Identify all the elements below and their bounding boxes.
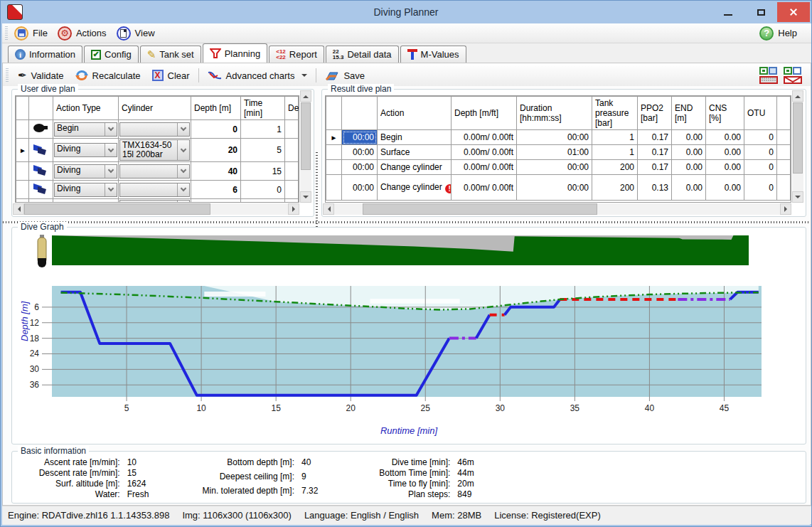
tab-detail-data[interactable]: 2215.3 Detail data [326,46,399,63]
depth-cell[interactable]: 6 [191,199,241,203]
minimize-icon [724,14,732,16]
col-tank-pressure[interactable]: Tank preasure [bar] [592,97,638,130]
chevron-down-icon [181,146,186,151]
vertical-scrollbar[interactable] [792,90,803,203]
tab-information[interactable]: i Information [8,46,82,63]
depth-cell[interactable]: 6 [191,181,241,199]
toolbar-grip [6,68,9,82]
export-mail-icon[interactable] [784,67,802,84]
cylinder-combo[interactable]: EAN50 12l 300bar, Gorney [119,200,190,203]
dive-graph-group: Dive Graph 6121824303651015202530354045 … [11,227,806,445]
col-depth[interactable]: Depth [m] [191,97,241,120]
col-duration[interactable]: Duration [hh:mm:ss] [517,97,592,130]
col-time[interactable]: Time [min] [241,97,285,120]
runtime-cell[interactable]: 00:00 [342,130,378,145]
col-otu[interactable]: OTU [744,97,777,130]
action-cell[interactable]: Begin [378,130,452,145]
runtime-cell[interactable]: 00:00 [342,160,378,175]
y-axis-label: Depth [m] [19,302,30,341]
time-cell[interactable]: 1 [241,120,285,139]
cylinder-combo[interactable] [119,164,190,179]
action-type-combo[interactable]: Diving [54,164,117,179]
dropdown-button[interactable] [177,183,189,196]
col-cylinder[interactable]: Cylinder [119,97,191,120]
dropdown-button[interactable] [177,140,189,160]
col-end[interactable]: END [m] [672,97,706,130]
dropdown-button[interactable] [177,165,189,178]
dropdown-button[interactable] [177,123,189,136]
action-cell[interactable]: Change cylinder [378,160,452,175]
advanced-charts-button[interactable]: Advanced charts [202,68,314,83]
dive-time-value: 46m [457,457,501,467]
tab-report[interactable]: <12<22 Report [269,46,324,63]
horizontal-scrollbar[interactable] [13,203,299,215]
cylinder-combo[interactable] [119,122,190,137]
svg-text:40: 40 [645,403,655,413]
dropdown-button[interactable] [105,165,117,178]
svg-text:15: 15 [271,403,281,413]
chart-icon [208,70,222,80]
depth-cell[interactable]: 20 [191,139,241,162]
col-clipped[interactable]: De [285,97,299,120]
bottom-depth-value: 40 [301,457,342,471]
svg-text:18: 18 [30,334,40,344]
depth-cell[interactable]: 40 [191,162,241,181]
time-cell[interactable]: 3 [241,199,285,203]
cylinder-combo[interactable]: TMX1634-50 15l 200bar [119,139,190,161]
help-button[interactable]: ? Help [757,25,804,42]
col-cns[interactable]: CNS [%] [706,97,744,130]
horizontal-scrollbar[interactable] [323,203,791,215]
runtime-cell[interactable]: 00:00 [342,175,378,201]
dropdown-button[interactable] [177,201,189,203]
vertical-scrollbar[interactable] [300,90,311,203]
diving-planner-window: Diving Planner File ⚙ Actions View ? Hel… [0,0,812,527]
bottom-time-value: 44m [457,468,501,478]
export-keyboard-icon[interactable] [759,67,778,84]
maximize-button[interactable] [744,2,777,22]
save-button[interactable]: Save [319,68,370,83]
menu-actions[interactable]: ⚙ Actions [55,25,114,42]
menu-file[interactable]: File [11,25,55,42]
action-type-combo[interactable]: Begin [54,122,117,137]
action-type-combo[interactable]: Diving [54,143,117,157]
status-bar: Engine: RDATdive.zhl16 1.1.14353.898 Img… [2,506,811,524]
tab-planning[interactable]: Planning [203,43,268,63]
tab-m-values[interactable]: M-Values [400,46,466,63]
close-button[interactable] [777,2,810,22]
m-values-icon [407,49,417,60]
validate-button[interactable]: ✒ Validate [12,67,70,84]
time-cell[interactable]: 0 [241,181,285,199]
table-row: 00:00 Change cylinder! 0.00m/ 0.00ft 00:… [326,175,791,201]
col-action[interactable]: Action [378,97,452,130]
tab-tank-set[interactable]: ✎ Tank set [140,46,201,63]
runtime-cell[interactable]: 00:00 [342,145,378,160]
action-cell[interactable]: Surface [378,145,452,160]
recalculate-button[interactable]: Recalculate [70,68,146,83]
dropdown-button[interactable] [105,123,117,136]
status-language: Language: English / English [304,510,419,521]
clear-button[interactable]: X Clear [146,68,196,83]
toolbar-separator [316,68,316,82]
row-marker: ► [326,130,342,145]
window-title: Diving Planner [1,6,811,18]
col-depth[interactable]: Depth [m/ft] [452,97,517,130]
dropdown-button[interactable] [105,144,117,156]
table-row: Diving 40 15 [16,162,299,181]
cylinder-combo[interactable] [119,183,190,197]
tab-config[interactable]: ✔ Config [84,46,139,63]
svg-text:12: 12 [30,318,40,328]
action-type-combo[interactable]: Diving [54,183,117,197]
action-cell[interactable]: Change cylinder! [378,175,452,201]
ascent-rate-value: 10 [127,457,169,467]
dropdown-button[interactable] [105,183,117,196]
minimize-button[interactable] [712,2,744,22]
svg-text:30: 30 [30,364,40,374]
svg-text:45: 45 [720,403,730,413]
time-cell[interactable]: 15 [241,162,285,181]
col-action-type[interactable]: Action Type [53,97,119,120]
horizontal-splitter[interactable] [3,221,811,223]
depth-cell[interactable]: 0 [191,120,241,139]
col-ppo2[interactable]: PPO2 [bar] [638,97,672,130]
time-cell[interactable]: 5 [241,139,285,162]
menu-view[interactable]: View [114,25,162,42]
